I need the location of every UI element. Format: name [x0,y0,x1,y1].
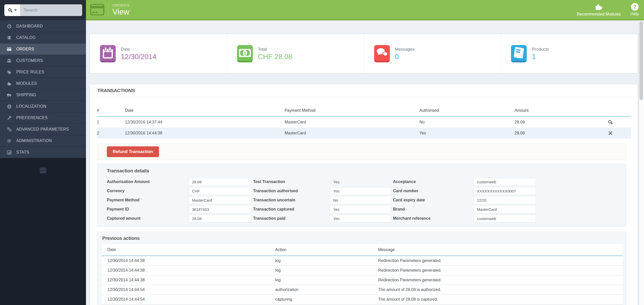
action-type: log [275,256,378,266]
sidebar-item-label: ADVANCED PARAMETERS [16,127,69,132]
scrollbar-thumb[interactable] [639,21,643,100]
sidebar-item-shipping[interactable]: SHIPPING [0,89,86,101]
sidebar-item-label: ORDERS [16,47,34,51]
detail-label: Card expiry date [393,198,474,202]
stat-label: Total [258,47,292,52]
refund-section: Refund Transaction [97,144,626,160]
sidebar-item-label: CUSTOMERS [16,58,43,63]
detail-value: customweb [474,178,536,186]
table-row: 12/30/2014 14:44:54 capturing The amount… [102,295,623,304]
order-summary-cards: Date 12/30/2014 1 Total CHF 28.08 [90,34,638,74]
detail-label: Authorisation Amount [107,179,189,184]
detail-label: Test Transaction [253,179,330,184]
action-date: 12/30/2014 14:44:38 [102,256,275,266]
transaction-amount: 28.08 [515,117,590,128]
svg-text:1: 1 [244,51,246,56]
detail-label: Merchant reference [393,216,474,221]
detail-value: Yes [330,187,391,195]
column-header-action: Action [275,244,378,256]
detail-row: Currency CHF Transaction authorised Yes … [107,186,626,196]
action-message: The amount of 28.08 is captured. [378,295,623,304]
sidebar-item-label: LOCALIZATION [16,104,46,109]
sidebar-item-catalog[interactable]: CATALOG [0,32,86,44]
search-input[interactable] [20,4,82,16]
table-row: 12/30/2014 14:44:54 authorization The am… [102,285,623,295]
stat-value: CHF 28.08 [258,53,292,61]
previous-actions-title: Previous actions [102,235,623,241]
detail-label: Payment ID [107,207,189,212]
transactions-table: # Date Payment Method Authorised Amount … [97,105,631,138]
sidebar-item-modules[interactable]: MODULES [0,78,86,89]
sidebar-item-preferences[interactable]: PREFERENCES [0,112,86,124]
action-type: authorization [275,285,378,295]
action-message: Redirection Parameters generated. [378,275,623,285]
detail-value: 12/20 [474,196,536,204]
stat-card-date: Date 12/30/2014 [90,34,227,73]
detail-label: Captured amount [107,216,189,221]
action-type: log [275,275,378,285]
detail-label: Card number [393,189,474,193]
refund-transaction-button[interactable]: Refund Transaction [107,146,159,157]
vertical-scrollbar[interactable] [639,20,644,305]
detail-label: Brand [393,207,474,212]
help-button[interactable]: ? Help [631,3,639,16]
recommended-modules-label: Recommended Modules [577,12,621,17]
previous-actions-header-row: Date Action Message [102,244,623,256]
collapse-menu-button[interactable] [40,168,46,173]
divider [108,3,108,17]
globe-icon [6,104,13,109]
transactions-table-header-row: # Date Payment Method Authorised Amount [97,105,631,117]
column-header-number: # [97,105,125,117]
recommended-modules-button[interactable]: Recommended Modules [577,3,621,17]
stat-value: 0 [395,53,415,61]
stat-label: Messages [395,47,415,52]
action-message: Redirection Parameters generated. [378,266,623,275]
sidebar-item-localization[interactable]: LOCALIZATION [0,101,86,112]
detail-value: XXXXXXXXXXXX0007 [474,187,536,195]
search-scope-button[interactable] [4,4,20,16]
table-row: 12/30/2014 14:44:38 log Redirection Para… [102,266,623,275]
sidebar-item-advanced-parameters[interactable]: ADVANCED PARAMETERS [0,124,86,135]
table-row: 2 12/30/2016 14:44:38 MasterCard Yes 28.… [97,128,631,139]
delete-transaction-icon[interactable] [608,131,613,136]
gauge-icon [6,24,13,29]
sidebar-item-stats[interactable]: STATS [0,147,86,158]
truck-icon [6,92,13,98]
sidebar-item-dashboard[interactable]: DASHBOARD [0,21,86,32]
detail-value: 28.08 [189,178,251,186]
transaction-date: 12/30/2016 14:37:44 [125,117,285,128]
view-transaction-icon[interactable] [608,119,613,125]
action-date: 12/30/2014 14:44:54 [102,295,275,304]
sidebar-item-price-rules[interactable]: PRICE RULES [0,66,86,78]
stat-card-messages: Messages 0 [364,34,501,73]
column-header-message: Message [378,244,623,256]
sidebar-item-label: SHIPPING [16,93,36,97]
tag-icon [6,70,13,75]
product-book-icon [511,45,527,62]
detail-label: Transaction authorised [253,189,330,193]
help-label: Help [631,12,639,16]
transactions-panel-title: TRANSACTIONS [97,88,135,93]
transaction-details-section: Transaction details Authorisation Amount… [97,164,626,227]
column-header-actions [590,105,631,117]
sidebar: DASHBOARD CATALOG ORDERS CUSTOMERS PRICE [0,20,86,305]
sidebar-item-orders[interactable]: ORDERS [0,44,86,55]
detail-label: Transaction paid [253,216,330,221]
detail-label: Transaction uncertain [253,198,330,202]
transaction-number: 1 [97,117,125,128]
gear-icon [6,138,13,143]
sidebar-item-customers[interactable]: CUSTOMERS [0,55,86,66]
previous-actions-table: Date Action Message 12/30/2014 14:44:38 … [102,244,623,304]
page-title: View [112,8,129,16]
column-header-amount: Amount [515,105,590,117]
detail-row: Authorisation Amount 28.08 Test Transact… [107,177,626,186]
column-header-authorised: Authorised [419,105,515,117]
sidebar-item-label: PREFERENCES [16,116,48,120]
action-type: capturing [275,295,378,304]
sidebar-item-label: DASHBOARD [16,24,43,29]
column-header-payment-method: Payment Method [285,105,419,117]
sidebar-item-administration[interactable]: ADMINISTRATION [0,135,86,147]
column-header-date: Date [102,244,275,256]
chevron-down-icon [14,9,17,11]
transaction-authorised: No [419,117,515,128]
